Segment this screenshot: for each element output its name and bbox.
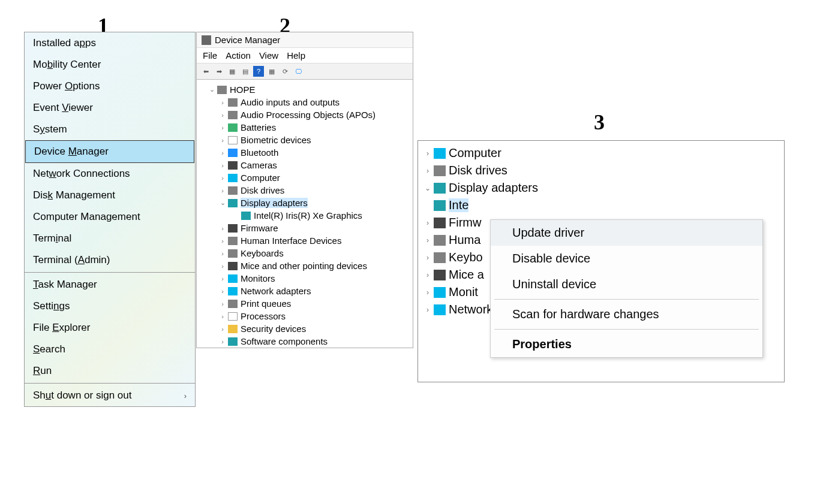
expand-icon[interactable]: › <box>218 262 227 270</box>
monitor-button[interactable]: 🖵 <box>293 66 304 77</box>
tree-row[interactable]: ›Disk drives <box>423 162 779 179</box>
expand-icon[interactable]: › <box>218 338 227 345</box>
device-category-icon <box>228 123 238 132</box>
tree-row[interactable]: Intel(R) Iris(R) Xe Graphics <box>199 209 410 222</box>
expand-icon[interactable]: › <box>218 99 227 106</box>
tree-node-label: Intel(R) Iris(R) Xe Graphics <box>254 210 362 221</box>
collapse-icon[interactable]: ⌄ <box>218 199 227 207</box>
expand-icon[interactable]: › <box>218 137 227 144</box>
menu-item[interactable]: Event Viewer <box>25 97 195 119</box>
expand-icon[interactable]: › <box>423 219 432 227</box>
tree-row[interactable]: ›Processors <box>199 310 410 322</box>
menu-item[interactable]: Run <box>25 360 195 382</box>
tree-row[interactable]: ›Batteries <box>199 121 410 134</box>
expand-icon[interactable]: › <box>423 306 432 314</box>
refresh-button[interactable]: ▤ <box>240 66 251 77</box>
tree-root-label[interactable]: HOPE <box>230 84 256 95</box>
menu-item[interactable]: Network Connections <box>25 163 195 185</box>
menu-item[interactable]: Settings <box>25 295 195 317</box>
context-menu-item[interactable]: Update driver <box>491 220 762 246</box>
scan-button[interactable]: ⟳ <box>280 66 290 77</box>
expand-icon[interactable]: › <box>218 250 227 257</box>
expand-icon[interactable]: › <box>423 288 432 297</box>
menu-item[interactable]: Search <box>25 339 195 360</box>
tree-row[interactable]: ›Mice and other pointing devices <box>199 259 410 272</box>
device-tree-context-panel: ›Computer›Disk drives⌄Display adaptersIn… <box>417 140 785 382</box>
up-button[interactable]: ▦ <box>227 66 238 77</box>
device-category-icon <box>228 287 238 295</box>
tree-row[interactable]: ›Monitors <box>199 272 410 285</box>
expand-icon[interactable]: › <box>218 124 227 131</box>
expand-icon[interactable]: › <box>218 162 227 169</box>
menu-item-label: Run <box>33 365 52 377</box>
expand-icon[interactable]: › <box>423 236 432 245</box>
tree-row[interactable]: ›Audio Processing Objects (APOs) <box>199 108 410 121</box>
tree-row[interactable]: ›Audio inputs and outputs <box>199 96 410 108</box>
menu-item[interactable]: Shut down or sign out› <box>25 385 195 406</box>
toolbar: ⬅ ➡ ▦ ▤ ? ▦ ⟳ 🖵 <box>197 64 413 80</box>
expand-icon[interactable]: › <box>218 225 227 232</box>
context-menu-item[interactable]: Properties <box>491 331 762 357</box>
tree-row[interactable]: ›Human Interface Devices <box>199 234 410 247</box>
menu-item[interactable]: Terminal (Admin) <box>25 249 195 271</box>
menubar-item[interactable]: View <box>259 50 278 61</box>
tree-row[interactable]: ›Biometric devices <box>199 134 410 146</box>
menu-item-label: Computer Management <box>33 211 140 223</box>
expand-icon[interactable]: › <box>218 149 227 156</box>
expand-icon[interactable]: › <box>218 288 227 295</box>
forward-button[interactable]: ➡ <box>214 66 224 77</box>
tree-row[interactable]: ›Keyboards <box>199 247 410 259</box>
device-category-icon <box>228 199 238 207</box>
expand-icon[interactable]: › <box>423 271 432 279</box>
properties-button[interactable]: ▦ <box>266 66 277 77</box>
expand-icon[interactable]: › <box>423 149 432 158</box>
tree-row[interactable]: ⌄Display adapters <box>199 197 410 209</box>
menu-item[interactable]: Terminal <box>25 228 195 249</box>
menu-item[interactable]: Mobility Center <box>25 54 195 76</box>
menubar-item[interactable]: Help <box>287 50 305 61</box>
collapse-icon[interactable]: ⌄ <box>423 184 432 192</box>
help-button[interactable]: ? <box>253 66 264 77</box>
menu-item[interactable]: Disk Management <box>25 185 195 206</box>
menu-item[interactable]: Device Manager <box>25 140 194 163</box>
tree-row[interactable]: ⌄Display adapters <box>423 179 779 197</box>
tree-node-label: Processors <box>241 311 286 321</box>
menu-item-label: Power Options <box>33 80 100 92</box>
menu-item[interactable]: Computer Management <box>25 206 195 228</box>
expand-icon[interactable]: › <box>218 187 227 194</box>
menubar-item[interactable]: File <box>203 50 217 61</box>
expand-icon[interactable]: › <box>218 275 227 282</box>
expand-icon[interactable]: › <box>218 174 227 182</box>
collapse-icon[interactable]: ⌄ <box>208 86 216 93</box>
tree-row[interactable]: ›Computer <box>423 144 779 162</box>
menu-item[interactable]: Task Manager <box>25 274 195 295</box>
tree-row[interactable]: ›Computer <box>199 171 410 184</box>
context-menu-item[interactable]: Uninstall device <box>491 271 762 297</box>
expand-icon[interactable]: › <box>218 300 227 307</box>
context-menu-item[interactable]: Disable device <box>491 246 762 271</box>
tree-row[interactable]: ›Security devices <box>199 322 410 335</box>
context-menu-item[interactable]: Scan for hardware changes <box>491 301 762 327</box>
tree-row[interactable]: Inte <box>423 197 779 214</box>
back-button[interactable]: ⬅ <box>200 66 211 77</box>
tree-row[interactable]: ›Software components <box>199 335 410 348</box>
tree-row[interactable]: ›Network adapters <box>199 285 410 297</box>
menubar-item[interactable]: Action <box>226 50 251 61</box>
tree-row[interactable]: ›Firmware <box>199 222 410 234</box>
expand-icon[interactable]: › <box>218 313 227 320</box>
tree-row[interactable]: ›Bluetooth <box>199 146 410 159</box>
expand-icon[interactable]: › <box>218 237 227 245</box>
menu-item[interactable]: File Explorer <box>25 317 195 339</box>
menu-item[interactable]: Power Options <box>25 76 195 97</box>
device-category-icon <box>228 111 238 119</box>
expand-icon[interactable]: › <box>218 111 227 119</box>
tree-row[interactable]: ›Cameras <box>199 159 410 171</box>
menu-item-label: File Explorer <box>33 322 90 334</box>
expand-icon[interactable]: › <box>423 167 432 175</box>
expand-icon[interactable]: › <box>423 253 432 262</box>
expand-icon[interactable]: › <box>218 325 227 333</box>
menu-item[interactable]: System <box>25 119 195 140</box>
menu-item[interactable]: Installed apps <box>25 32 195 54</box>
tree-row[interactable]: ›Print queues <box>199 297 410 310</box>
tree-row[interactable]: ›Disk drives <box>199 184 410 197</box>
